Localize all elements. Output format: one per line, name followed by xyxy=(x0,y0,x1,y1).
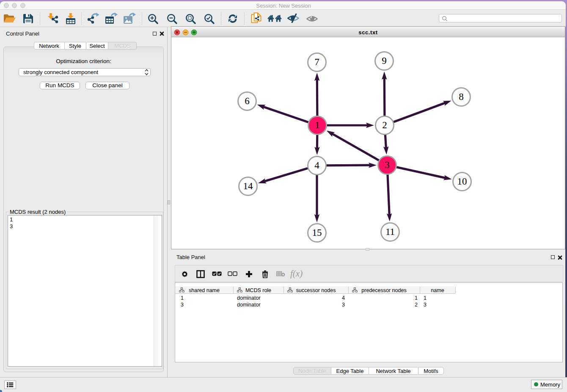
svg-text:6: 6 xyxy=(245,96,250,106)
svg-text:9: 9 xyxy=(382,55,387,66)
svg-text:14: 14 xyxy=(243,181,253,191)
svg-text:10: 10 xyxy=(457,176,467,187)
svg-text:15: 15 xyxy=(312,227,322,238)
svg-text:8: 8 xyxy=(459,91,464,102)
svg-text:1: 1 xyxy=(315,120,320,130)
svg-text:4: 4 xyxy=(314,160,319,171)
svg-text:7: 7 xyxy=(314,57,319,67)
svg-text:11: 11 xyxy=(385,226,395,237)
svg-text:2: 2 xyxy=(382,120,387,130)
svg-text:3: 3 xyxy=(385,160,390,170)
